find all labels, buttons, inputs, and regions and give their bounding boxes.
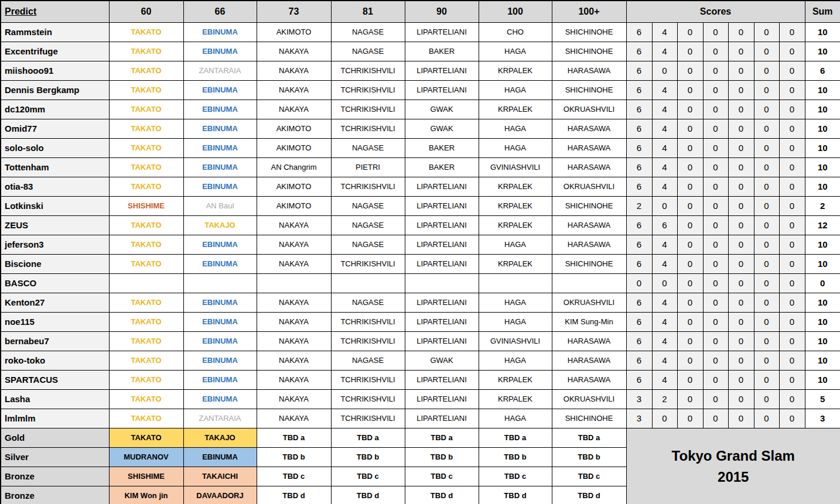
prediction-cell[interactable]: TAKATO (109, 138, 183, 157)
prediction-cell[interactable]: SHICHINOHE (552, 196, 626, 215)
prediction-cell[interactable]: NAKAYA (257, 370, 331, 389)
score-cell[interactable]: 0 (703, 61, 728, 80)
prediction-cell[interactable]: NAGASE (331, 293, 405, 312)
player-name-cell[interactable]: jeferson3 (1, 235, 109, 254)
prediction-cell[interactable]: TCHRIKISHVILI (331, 119, 405, 138)
prediction-cell[interactable]: HAGA (479, 119, 552, 138)
score-cell[interactable]: 0 (779, 312, 805, 331)
score-cell[interactable]: 0 (652, 273, 677, 293)
medal-winner-cell[interactable]: TAKAJO (183, 428, 257, 447)
prediction-cell[interactable]: EBINUMA (183, 157, 257, 177)
score-cell[interactable]: 0 (677, 80, 703, 100)
score-cell[interactable]: 0 (703, 215, 728, 235)
score-cell[interactable]: 0 (754, 273, 779, 293)
tbd-cell[interactable]: TBD a (479, 428, 552, 447)
prediction-cell[interactable]: KRPALEK (479, 100, 552, 119)
score-cell[interactable]: 4 (652, 100, 677, 119)
score-cell[interactable]: 0 (677, 177, 703, 196)
score-cell[interactable]: 0 (652, 196, 677, 215)
score-cell[interactable]: 0 (779, 235, 805, 254)
prediction-cell[interactable]: KRPALEK (479, 370, 552, 389)
tbd-cell[interactable]: TBD d (479, 486, 552, 504)
score-cell[interactable]: 4 (652, 119, 677, 138)
score-cell[interactable]: 0 (779, 293, 805, 312)
tbd-cell[interactable]: TBD c (552, 467, 626, 486)
prediction-cell[interactable]: HAGA (479, 351, 552, 370)
prediction-cell[interactable]: LIPARTELIANI (405, 235, 479, 254)
sum-cell[interactable]: 10 (805, 80, 840, 100)
score-cell[interactable]: 0 (703, 196, 728, 215)
score-cell[interactable]: 0 (754, 389, 779, 409)
player-name-cell[interactable]: Lotkinski (1, 196, 109, 215)
prediction-cell[interactable] (331, 273, 405, 293)
prediction-cell[interactable]: NAKAYA (257, 215, 331, 235)
player-name-cell[interactable]: Kenton27 (1, 293, 109, 312)
prediction-cell[interactable]: LIPARTELIANI (405, 370, 479, 389)
prediction-cell[interactable]: HAGA (479, 409, 552, 428)
score-cell[interactable]: 0 (754, 22, 779, 42)
prediction-cell[interactable]: LIPARTELIANI (405, 80, 479, 100)
score-cell[interactable]: 0 (677, 331, 703, 351)
score-cell[interactable]: 6 (652, 215, 677, 235)
prediction-cell[interactable]: HARASAWA (552, 119, 626, 138)
score-cell[interactable]: 0 (703, 409, 728, 428)
prediction-cell[interactable]: EBINUMA (183, 293, 257, 312)
medal-label-cell[interactable]: Gold (1, 428, 109, 447)
score-cell[interactable]: 0 (754, 235, 779, 254)
score-cell[interactable]: 0 (754, 138, 779, 157)
prediction-cell[interactable]: EBINUMA (183, 22, 257, 42)
prediction-cell[interactable]: TCHRIKISHVILI (331, 409, 405, 428)
score-cell[interactable]: 0 (779, 119, 805, 138)
prediction-cell[interactable]: EBINUMA (183, 389, 257, 409)
score-cell[interactable]: 4 (652, 177, 677, 196)
score-cell[interactable]: 4 (652, 42, 677, 61)
player-name-cell[interactable]: otia-83 (1, 177, 109, 196)
score-cell[interactable]: 0 (754, 80, 779, 100)
prediction-cell[interactable]: TAKATO (109, 235, 183, 254)
category-header[interactable]: 90 (405, 1, 479, 22)
prediction-cell[interactable]: LIPARTELIANI (405, 215, 479, 235)
tbd-cell[interactable]: TBD b (405, 447, 479, 467)
player-name-cell[interactable]: miishooo91 (1, 61, 109, 80)
prediction-cell[interactable]: KRPALEK (479, 196, 552, 215)
prediction-cell[interactable]: CHO (479, 22, 552, 42)
prediction-cell[interactable]: NAKAYA (257, 293, 331, 312)
score-cell[interactable]: 0 (652, 409, 677, 428)
prediction-cell[interactable]: LIPARTELIANI (405, 61, 479, 80)
prediction-cell[interactable]: NAKAYA (257, 331, 331, 351)
score-cell[interactable]: 0 (728, 61, 754, 80)
score-cell[interactable]: 0 (754, 119, 779, 138)
prediction-cell[interactable]: GWAK (405, 100, 479, 119)
score-cell[interactable]: 0 (728, 312, 754, 331)
tbd-cell[interactable]: TBD c (405, 467, 479, 486)
score-cell[interactable]: 6 (626, 42, 652, 61)
score-cell[interactable]: 6 (626, 293, 652, 312)
prediction-cell[interactable]: TAKATO (109, 42, 183, 61)
prediction-cell[interactable]: GVINIASHVILI (479, 331, 552, 351)
prediction-cell[interactable]: KIM Sung-Min (552, 312, 626, 331)
score-cell[interactable]: 6 (626, 254, 652, 273)
sum-cell[interactable]: 10 (805, 42, 840, 61)
score-cell[interactable]: 0 (728, 138, 754, 157)
score-cell[interactable]: 0 (728, 42, 754, 61)
score-cell[interactable]: 0 (703, 119, 728, 138)
prediction-cell[interactable]: AKIMOTO (257, 177, 331, 196)
medal-winner-cell[interactable]: DAVAADORJ (183, 486, 257, 504)
prediction-cell[interactable]: TCHRIKISHVILI (331, 100, 405, 119)
tbd-cell[interactable]: TBD d (552, 486, 626, 504)
sum-cell[interactable]: 12 (805, 215, 840, 235)
prediction-cell[interactable]: EBINUMA (183, 235, 257, 254)
score-cell[interactable]: 0 (728, 100, 754, 119)
score-cell[interactable]: 0 (754, 351, 779, 370)
prediction-cell[interactable]: TAKAJO (183, 215, 257, 235)
prediction-cell[interactable] (479, 273, 552, 293)
prediction-cell[interactable]: HARASAWA (552, 138, 626, 157)
prediction-cell[interactable]: TCHRIKISHVILI (331, 61, 405, 80)
score-cell[interactable]: 0 (677, 389, 703, 409)
score-cell[interactable]: 0 (779, 196, 805, 215)
score-cell[interactable]: 0 (728, 157, 754, 177)
prediction-cell[interactable]: NAKAYA (257, 42, 331, 61)
prediction-cell[interactable]: LIPARTELIANI (405, 293, 479, 312)
prediction-cell[interactable]: KRPALEK (479, 389, 552, 409)
medal-winner-cell[interactable]: TAKATO (109, 428, 183, 447)
